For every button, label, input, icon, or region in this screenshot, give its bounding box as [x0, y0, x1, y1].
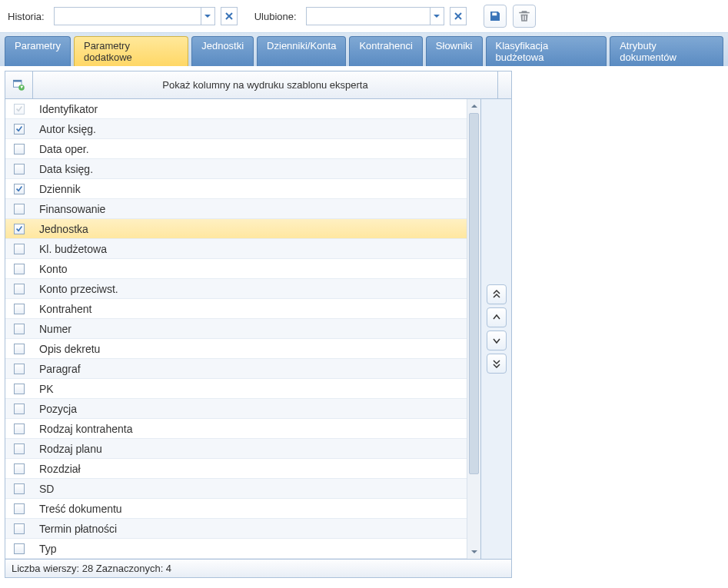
checkbox-cell[interactable]: [5, 204, 33, 214]
chevron-down-icon[interactable]: [430, 8, 444, 25]
checkbox-cell[interactable]: [5, 344, 33, 354]
table-row[interactable]: Paragraf: [5, 359, 467, 379]
history-label: Historia:: [8, 11, 45, 22]
checkbox-cell[interactable]: [5, 244, 33, 254]
table-row[interactable]: Kontrahent: [5, 299, 467, 319]
tab-6[interactable]: Klasyfikacja budżetowa: [486, 36, 607, 66]
table-row[interactable]: Data księg.: [5, 159, 467, 179]
history-combo[interactable]: [54, 7, 215, 25]
move-bottom-button[interactable]: [487, 354, 507, 374]
checkbox-cell[interactable]: [5, 523, 33, 534]
checkbox-cell[interactable]: [5, 264, 33, 274]
table-row[interactable]: Opis dekretu: [5, 339, 467, 359]
checkbox[interactable]: [14, 404, 25, 414]
checkbox-cell[interactable]: [5, 284, 33, 294]
row-label: Rodzaj kontrahenta: [33, 423, 467, 435]
checkbox[interactable]: [14, 164, 25, 174]
checkbox-cell[interactable]: [5, 304, 33, 314]
table-row[interactable]: Konto: [5, 259, 467, 279]
checkbox[interactable]: [14, 463, 25, 474]
table-row[interactable]: Finansowanie: [5, 199, 467, 219]
checkbox[interactable]: [14, 144, 25, 154]
checkbox[interactable]: [14, 503, 25, 514]
checkbox-cell[interactable]: [5, 404, 33, 414]
columns-config-button[interactable]: [5, 71, 33, 98]
checkbox[interactable]: [14, 244, 25, 254]
checkbox[interactable]: [14, 443, 25, 454]
checkbox-cell[interactable]: [5, 543, 33, 554]
favorites-input[interactable]: [307, 8, 430, 25]
table-row[interactable]: Identyfikator: [5, 99, 467, 119]
checkbox-cell[interactable]: [5, 424, 33, 434]
save-button[interactable]: [484, 5, 507, 28]
table-row[interactable]: Dziennik: [5, 179, 467, 199]
history-input[interactable]: [55, 8, 201, 25]
checkbox[interactable]: [14, 344, 25, 354]
table-row[interactable]: PK: [5, 379, 467, 399]
delete-button[interactable]: [513, 5, 536, 28]
columns-panel: Pokaż kolumny na wydruku szablonu eksper…: [5, 71, 512, 578]
checkbox[interactable]: [14, 264, 25, 274]
checkbox[interactable]: [14, 364, 25, 374]
scroll-thumb[interactable]: [469, 113, 479, 474]
tab-4[interactable]: Kontrahenci: [349, 36, 422, 66]
checkbox[interactable]: [14, 384, 25, 394]
table-row[interactable]: Numer: [5, 319, 467, 339]
row-label: Dziennik: [33, 183, 467, 195]
scroll-up-icon[interactable]: [467, 99, 480, 113]
table-row[interactable]: Rodzaj kontrahenta: [5, 419, 467, 439]
favorites-combo[interactable]: [306, 7, 444, 25]
table-row[interactable]: SD: [5, 479, 467, 499]
checkbox[interactable]: [14, 124, 25, 135]
checkbox-cell[interactable]: [5, 483, 33, 494]
table-row[interactable]: Jednostka: [5, 219, 467, 239]
move-down-button[interactable]: [487, 331, 507, 350]
move-bottom-icon: [492, 359, 501, 368]
checkbox-cell[interactable]: [5, 443, 33, 454]
move-up-button[interactable]: [487, 307, 507, 327]
checkbox[interactable]: [14, 523, 25, 534]
checkbox-cell[interactable]: [5, 184, 33, 194]
table-row[interactable]: Autor księg.: [5, 119, 467, 139]
checkbox-cell[interactable]: [5, 463, 33, 474]
table-row[interactable]: Konto przeciwst.: [5, 279, 467, 299]
table-row[interactable]: Rodzaj planu: [5, 439, 467, 459]
tab-3[interactable]: Dzienniki/Konta: [257, 36, 346, 66]
checkbox[interactable]: [14, 543, 25, 554]
tab-5[interactable]: Słowniki: [426, 36, 483, 66]
table-row[interactable]: Treść dokumentu: [5, 499, 467, 519]
checkbox[interactable]: [14, 304, 25, 314]
history-clear-button[interactable]: [221, 7, 238, 25]
checkbox[interactable]: [14, 204, 25, 214]
tab-1[interactable]: Parametry dodatkowe: [74, 36, 188, 66]
row-label: Numer: [33, 323, 467, 335]
checkbox-cell[interactable]: [5, 144, 33, 154]
table-row[interactable]: Rozdział: [5, 459, 467, 479]
table-row[interactable]: Pozycja: [5, 399, 467, 419]
checkbox-cell[interactable]: [5, 124, 33, 135]
scroll-down-icon[interactable]: [467, 545, 480, 559]
checkbox-cell[interactable]: [5, 384, 33, 394]
checkbox-cell[interactable]: [5, 364, 33, 374]
checkbox[interactable]: [14, 324, 25, 334]
tab-7[interactable]: Atrybuty dokumentów: [610, 36, 723, 66]
move-top-button[interactable]: [487, 284, 507, 304]
table-row[interactable]: Kl. budżetowa: [5, 239, 467, 259]
checkbox[interactable]: [14, 224, 25, 234]
checkbox[interactable]: [14, 483, 25, 494]
table-row[interactable]: Data oper.: [5, 139, 467, 159]
table-row[interactable]: Termin płatności: [5, 519, 467, 539]
chevron-down-icon[interactable]: [201, 8, 214, 25]
tab-2[interactable]: Jednostki: [191, 36, 254, 66]
checkbox-cell[interactable]: [5, 324, 33, 334]
table-row[interactable]: Typ: [5, 539, 467, 559]
checkbox[interactable]: [14, 284, 25, 294]
checkbox-cell[interactable]: [5, 164, 33, 174]
favorites-clear-button[interactable]: [450, 7, 467, 25]
tab-0[interactable]: Parametry: [5, 36, 71, 66]
checkbox[interactable]: [14, 424, 25, 434]
vertical-scrollbar[interactable]: [467, 99, 480, 559]
checkbox[interactable]: [14, 184, 25, 194]
checkbox-cell[interactable]: [5, 224, 33, 234]
checkbox-cell[interactable]: [5, 503, 33, 514]
